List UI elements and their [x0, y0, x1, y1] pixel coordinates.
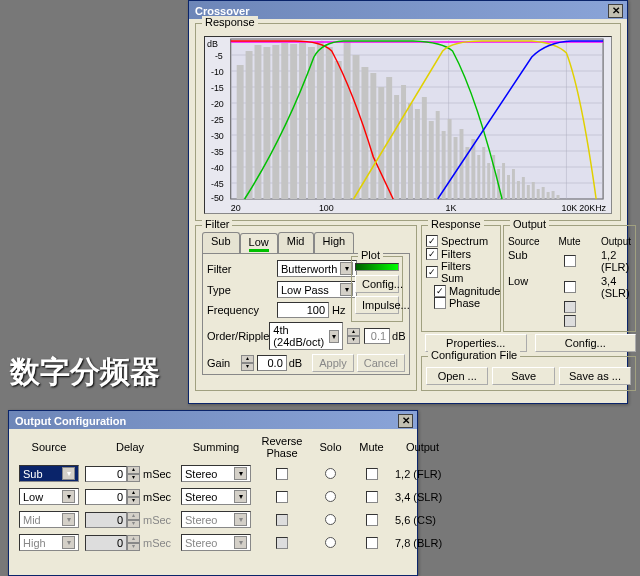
tab-low[interactable]: Low	[240, 233, 278, 254]
svg-text:-30: -30	[211, 131, 224, 141]
out-config-button[interactable]: Config...	[535, 334, 637, 352]
svg-rect-51	[408, 103, 413, 199]
svg-rect-44	[353, 55, 360, 199]
solo-low[interactable]	[325, 491, 336, 502]
close-icon[interactable]: ✕	[608, 4, 623, 18]
svg-rect-43	[344, 41, 351, 199]
chk-filters-sum[interactable]: ✓Filters Sum	[426, 260, 496, 284]
type-combo[interactable]: Low Pass▾	[277, 281, 357, 298]
svg-rect-52	[415, 109, 420, 199]
svg-rect-50	[401, 85, 406, 199]
crossover-window: Crossover ✕ Response dB -5 -10 -15 -20 -…	[188, 0, 628, 404]
svg-rect-76	[547, 192, 550, 199]
svg-rect-53	[422, 97, 427, 199]
tab-sub[interactable]: Sub	[202, 232, 240, 253]
delay-sub[interactable]	[85, 466, 127, 482]
delay-low[interactable]	[85, 489, 127, 505]
svg-rect-46	[370, 73, 376, 199]
apply-button[interactable]: Apply	[312, 354, 354, 372]
svg-text:-20: -20	[211, 99, 224, 109]
sum-high: Stereo▾	[181, 534, 251, 551]
filter-panel: Filter Butterworth▾ Type Low Pass▾ Frequ…	[202, 253, 410, 375]
output-config-window: Output Configuration ✕ Source Delay Summ…	[8, 410, 418, 576]
mute-4	[564, 315, 576, 327]
svg-text:-50: -50	[211, 193, 224, 203]
svg-rect-49	[394, 95, 399, 199]
response-chk-group: Response ✓Spectrum ✓Filters ✓Filters Sum…	[421, 225, 501, 332]
gain-input[interactable]	[257, 355, 287, 371]
mute-high2[interactable]	[366, 537, 378, 549]
mute-low[interactable]	[564, 281, 576, 293]
svg-rect-42	[335, 61, 342, 199]
response-label: Response	[202, 16, 258, 28]
filter-label: Filter	[207, 263, 277, 275]
chk-filters[interactable]: ✓Filters	[426, 248, 471, 260]
svg-text:dB: dB	[207, 39, 218, 49]
config-file-group: Configuration File Open ... Save Save as…	[421, 356, 636, 391]
mute-mid2[interactable]	[366, 514, 378, 526]
gain-spinner[interactable]: ▴▾	[241, 355, 254, 371]
freq-label: Frequency	[207, 304, 277, 316]
src-low[interactable]: Low▾	[19, 488, 79, 505]
delay-high	[85, 535, 127, 551]
mute-sub[interactable]	[564, 255, 576, 267]
rev-sub[interactable]	[276, 468, 288, 480]
svg-rect-77	[552, 191, 555, 199]
cancel-button[interactable]: Cancel	[357, 354, 405, 372]
chk-magnitude[interactable]: ✓Magnitude	[434, 285, 500, 297]
response-graph[interactable]: dB -5 -10 -15 -20 -25 -30 -35 -40 -45 -5…	[204, 36, 612, 214]
sum-sub[interactable]: Stereo▾	[181, 465, 251, 482]
src-sub[interactable]: Sub▾	[19, 465, 79, 482]
solo-mid[interactable]	[325, 514, 336, 525]
impulse-button[interactable]: Impulse...	[355, 296, 399, 314]
svg-rect-78	[557, 195, 560, 199]
svg-rect-72	[527, 185, 530, 199]
plot-colorbar	[355, 263, 399, 271]
svg-text:-45: -45	[211, 179, 224, 189]
tab-mid[interactable]: Mid	[278, 232, 314, 253]
svg-rect-38	[299, 43, 306, 199]
output-config-titlebar[interactable]: Output Configuration ✕	[9, 411, 417, 429]
save-button[interactable]: Save	[492, 367, 554, 385]
svg-text:100: 100	[319, 203, 334, 213]
svg-text:20: 20	[231, 203, 241, 213]
order-label: Order/Ripple	[207, 330, 269, 342]
svg-rect-71	[522, 177, 525, 199]
svg-text:-15: -15	[211, 83, 224, 93]
svg-rect-47	[378, 87, 384, 199]
svg-rect-74	[537, 189, 540, 199]
sum-low[interactable]: Stereo▾	[181, 488, 251, 505]
chk-spectrum[interactable]: ✓Spectrum	[426, 235, 488, 247]
freq-unit: Hz	[332, 304, 345, 316]
open-button[interactable]: Open ...	[426, 367, 488, 385]
svg-rect-37	[290, 44, 297, 199]
svg-rect-57	[448, 119, 452, 199]
solo-sub[interactable]	[325, 468, 336, 479]
chk-phase[interactable]: Phase	[434, 297, 480, 309]
output-group: Output Source Mute Output Sub1,2 (FLR) L…	[503, 225, 636, 332]
svg-rect-75	[542, 187, 545, 199]
svg-text:1K: 1K	[446, 203, 457, 213]
close-icon[interactable]: ✕	[398, 414, 413, 428]
page-label-cn: 数字分频器	[10, 352, 160, 393]
mute-low2[interactable]	[366, 491, 378, 503]
tab-high[interactable]: High	[314, 232, 355, 253]
mute-sub2[interactable]	[366, 468, 378, 480]
ripple-spinner[interactable]: ▴▾	[347, 328, 360, 344]
svg-text:20KHz: 20KHz	[579, 203, 606, 213]
order-combo[interactable]: 4th (24dB/oct)▾	[269, 322, 343, 350]
svg-rect-69	[512, 169, 515, 199]
svg-rect-73	[532, 182, 535, 199]
plot-config-button[interactable]: Config...	[355, 275, 399, 293]
rev-low[interactable]	[276, 491, 288, 503]
src-high: High▾	[19, 534, 79, 551]
svg-rect-58	[454, 137, 458, 199]
svg-rect-64	[487, 163, 490, 199]
svg-rect-48	[386, 77, 392, 199]
filter-combo[interactable]: Butterworth▾	[277, 260, 357, 277]
saveas-button[interactable]: Save as ...	[559, 367, 631, 385]
svg-rect-67	[502, 163, 505, 199]
svg-rect-32	[246, 51, 253, 199]
freq-input[interactable]	[277, 302, 329, 318]
solo-high[interactable]	[325, 537, 336, 548]
